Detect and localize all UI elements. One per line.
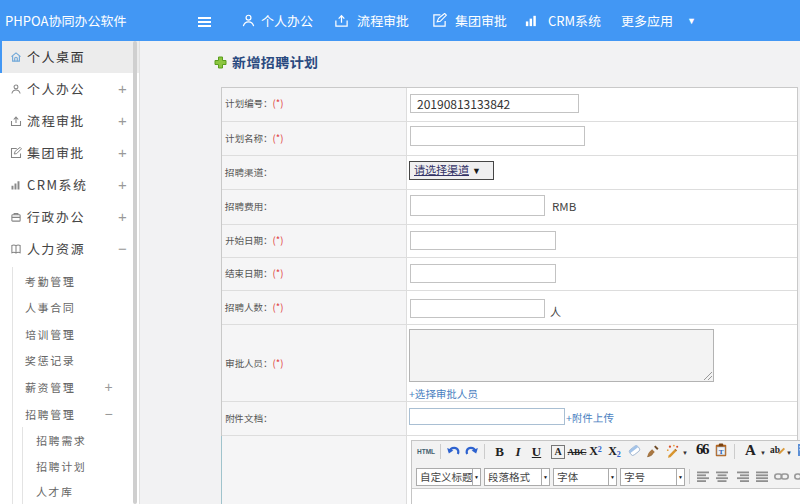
svg-text:T: T (719, 448, 724, 456)
svg-text:ab: ab (770, 445, 780, 455)
